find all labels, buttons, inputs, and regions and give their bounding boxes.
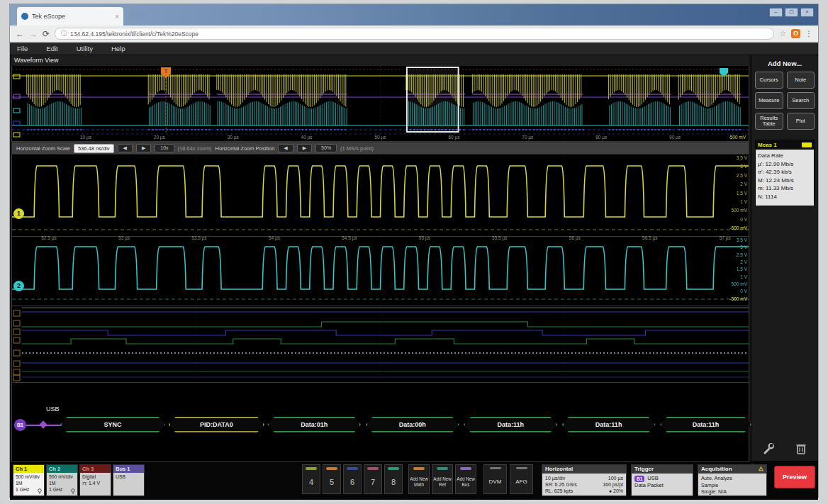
bus-packet[interactable]: SYNC bbox=[60, 417, 166, 432]
channel2-zoom-panel[interactable]: 2 3.5 V3 V2.5 V2 V1.5 V1 V500 mV0 V-500 … bbox=[11, 237, 749, 306]
warning-icon: ⚠ bbox=[759, 466, 763, 474]
channel1-badge[interactable]: 1 bbox=[13, 208, 24, 219]
digital-channel-7-button[interactable]: 7 bbox=[364, 464, 382, 494]
zoom-scale-decrease-button[interactable]: ◀ bbox=[118, 144, 133, 152]
channel-badge-bus1[interactable]: Bus 1USB bbox=[113, 464, 145, 496]
browser-menu-icon[interactable]: ⋮ bbox=[805, 30, 812, 38]
add-new-note-button[interactable]: Note bbox=[787, 72, 815, 89]
svg-text:90 µs: 90 µs bbox=[669, 135, 681, 140]
bus-packet[interactable]: Data:01h bbox=[267, 417, 361, 432]
settings-wrench-button[interactable] bbox=[759, 441, 778, 457]
trigger-type: USB bbox=[647, 475, 658, 482]
add-new-search-button[interactable]: Search bbox=[787, 92, 815, 109]
results-sidebar: Add New... CursorsNoteMeasureSearchResul… bbox=[751, 55, 818, 461]
delete-trash-button[interactable] bbox=[792, 441, 810, 457]
waveform-view-title: Waveform View bbox=[11, 55, 749, 66]
channel-badge-ch1[interactable]: Ch 1500 mV/div1M1 GHz bbox=[13, 464, 45, 496]
ch1panel-trace bbox=[12, 155, 749, 235]
zoom-position-left-button[interactable]: ◀ bbox=[278, 144, 293, 152]
acquisition-badge[interactable]: Acquisition ⚠ Auto, AnalyzeSampleSingle:… bbox=[698, 464, 767, 496]
extension-badge-icon[interactable]: O bbox=[791, 29, 800, 38]
site-info-icon[interactable]: ⓘ bbox=[61, 30, 67, 38]
horizontal-value: ● 20% bbox=[609, 488, 623, 494]
overview-strip[interactable]: T10 µs20 µs30 µs40 µs50 µs60 µs70 µs80 µ… bbox=[11, 66, 749, 142]
zoom-position-value-button[interactable]: 50% bbox=[315, 144, 337, 152]
time-label: 52.5 µs bbox=[41, 235, 56, 240]
bookmark-star-icon[interactable]: ☆ bbox=[779, 29, 786, 38]
measurement-results-badge[interactable]: Meas 1 Data Rateµ': 12.90 Mb/sσ': 42.39 … bbox=[755, 140, 815, 206]
volt-label: 2 V bbox=[722, 260, 747, 265]
add-new-plot-button[interactable]: Plot bbox=[787, 113, 815, 130]
meas-result-line: Data Rate bbox=[758, 152, 812, 160]
acquisition-title: Acquisition bbox=[701, 466, 732, 474]
browser-tab[interactable]: Tek eScope × bbox=[17, 7, 123, 26]
channel-badge-ch2[interactable]: Ch 2500 mV/div1M1 GHz bbox=[46, 464, 78, 496]
trash-icon bbox=[795, 442, 807, 455]
time-label: 56.5 µs bbox=[642, 235, 657, 240]
volt-label: 2.5 V bbox=[722, 174, 747, 179]
volt-label: 0 V bbox=[722, 218, 747, 223]
horizontal-title: Horizontal bbox=[545, 466, 573, 474]
bus1-badge[interactable]: B1 bbox=[14, 419, 26, 431]
menu-help[interactable]: Help bbox=[111, 45, 125, 52]
add-new-results-table-button[interactable]: Results Table bbox=[755, 113, 783, 130]
probe-icon bbox=[37, 488, 43, 494]
digital-channels-panel[interactable] bbox=[11, 306, 749, 383]
svg-text:40 µs: 40 µs bbox=[301, 135, 313, 140]
volt-label: 2.5 V bbox=[722, 253, 747, 258]
digital-channel-4-button[interactable]: 4 bbox=[302, 464, 320, 494]
digital-traces bbox=[12, 306, 749, 381]
menu-file[interactable]: File bbox=[17, 45, 28, 52]
add-new-math-button[interactable]: Add New Math bbox=[408, 464, 430, 494]
bus-packet[interactable]: Data:11h bbox=[464, 417, 557, 432]
back-icon[interactable]: ← bbox=[16, 30, 24, 38]
forward-icon[interactable]: → bbox=[29, 30, 38, 38]
add-new-cursors-button[interactable]: Cursors bbox=[755, 72, 783, 89]
time-label: 55 µs bbox=[419, 235, 430, 240]
trigger-badge[interactable]: Trigger B1 USB Data Packet bbox=[631, 464, 693, 496]
bus-packet[interactable]: Data:00h bbox=[366, 417, 459, 432]
bus-decode-panel[interactable]: USB B1 SYNCPID:DATA0Data:01hData:00hData… bbox=[11, 383, 749, 462]
reload-icon[interactable]: ⟳ bbox=[43, 30, 50, 38]
browser-toolbar: ← → ⟳ ⓘ 134.62.4.195/tektronix/tl/client… bbox=[10, 26, 818, 43]
digital-channel-5-button[interactable]: 5 bbox=[323, 464, 341, 494]
preview-button[interactable]: Preview bbox=[774, 466, 815, 488]
bus-packet[interactable]: Data:11h bbox=[562, 417, 656, 432]
add-new-ref-button[interactable]: Add New Ref bbox=[432, 464, 453, 494]
bus-packet[interactable]: PID:DATA0 bbox=[169, 417, 264, 432]
url-text: 134.62.4.195/tektronix/tl/client/c/Tek%2… bbox=[70, 30, 198, 38]
svg-text:10 µs: 10 µs bbox=[80, 135, 92, 140]
add-new-bus-button[interactable]: Add New Bus bbox=[455, 464, 476, 494]
minimize-button[interactable]: – bbox=[769, 8, 783, 17]
afg-button[interactable]: AFG bbox=[510, 464, 533, 494]
channel1-zoom-panel[interactable]: 1 3.5 V3 V2.5 V2 V1.5 V1 V500 mV0 V-500 … bbox=[11, 155, 749, 237]
volt-label: 1 V bbox=[722, 200, 747, 205]
close-button[interactable]: × bbox=[800, 8, 814, 17]
channel-badge-ch3[interactable]: Ch 3Digital⊓: 1.4 V bbox=[79, 464, 111, 496]
digital-channel-6-button[interactable]: 6 bbox=[343, 464, 362, 494]
svg-text:70 µs: 70 µs bbox=[522, 135, 534, 140]
zoom-position-right-button[interactable]: ▶ bbox=[297, 144, 312, 152]
menu-utility[interactable]: Utility bbox=[77, 45, 93, 52]
svg-text:60 µs: 60 µs bbox=[448, 135, 460, 140]
acquisition-line: Single: N/A bbox=[701, 488, 763, 495]
dvm-button[interactable]: DVM bbox=[483, 464, 507, 494]
horizontal-badge[interactable]: Horizontal 10 µs/div100 µsSR: 6.25 GS/s1… bbox=[542, 464, 627, 496]
zoom-factor-button[interactable]: 10x bbox=[155, 144, 174, 152]
channel2-badge[interactable]: 2 bbox=[13, 281, 24, 291]
close-tab-icon[interactable]: × bbox=[115, 13, 119, 21]
bus-packet[interactable]: Data:11h bbox=[660, 417, 751, 432]
add-new-title: Add New... bbox=[755, 60, 815, 67]
digital-channel-8-button[interactable]: 8 bbox=[384, 464, 403, 494]
url-bar[interactable]: ⓘ 134.62.4.195/tektronix/tl/client/c/Tek… bbox=[55, 28, 774, 40]
add-new-measure-button[interactable]: Measure bbox=[755, 92, 783, 109]
ch2panel-trace bbox=[12, 237, 749, 305]
browser-tabstrip: Tek eScope × –▢× bbox=[10, 4, 818, 26]
new-tab-button[interactable] bbox=[127, 9, 149, 21]
maximize-button[interactable]: ▢ bbox=[785, 8, 798, 17]
zoom-scale-increase-button[interactable]: ▶ bbox=[136, 144, 151, 152]
channel2-volt-scale: 3.5 V3 V2.5 V2 V1.5 V1 V500 mV0 V-500 mV bbox=[722, 238, 747, 301]
zoom-scale-value[interactable]: 536.48 ns/div bbox=[74, 144, 114, 153]
menu-edit[interactable]: Edit bbox=[46, 45, 57, 52]
channel1-volt-scale: 3.5 V3 V2.5 V2 V1.5 V1 V500 mV0 V-500 mV bbox=[722, 156, 747, 231]
